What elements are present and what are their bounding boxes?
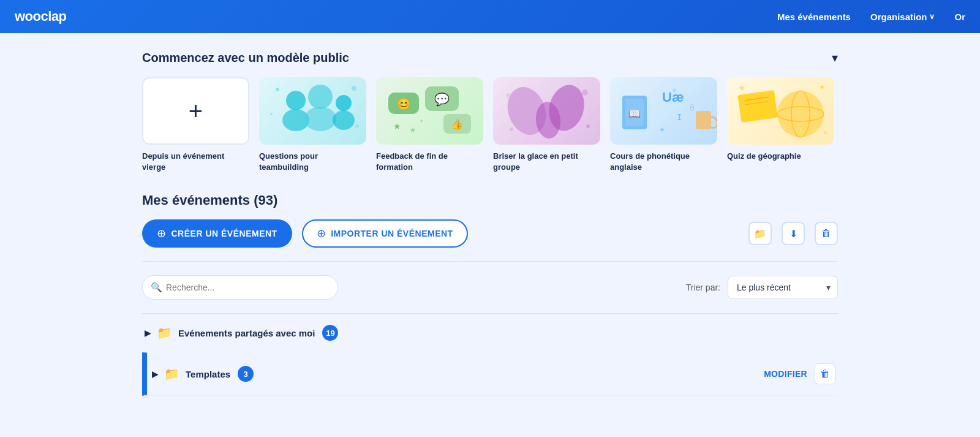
- add-folder-icon: 📁: [754, 228, 766, 240]
- svg-text:💬: 💬: [434, 92, 450, 107]
- search-wrapper: 🔍: [142, 275, 338, 300]
- events-section-title: Mes événements (93): [142, 192, 838, 208]
- template-card-img-teambuilding: [259, 77, 366, 145]
- svg-point-7: [352, 86, 356, 91]
- svg-text:📖: 📖: [628, 108, 641, 120]
- template-card-label-phonetics: Cours de phonétique anglaise: [610, 151, 717, 173]
- svg-point-25: [510, 127, 513, 131]
- folder-arrow-shared[interactable]: ▶: [145, 329, 151, 338]
- folder-name-templates: Templates: [186, 369, 230, 379]
- active-indicator: [145, 352, 147, 395]
- svg-text:ɪ: ɪ: [677, 110, 682, 123]
- download-icon: ⬇: [790, 228, 797, 240]
- svg-text:★: ★: [819, 83, 825, 91]
- nav-organisation-label: Organisation: [870, 12, 927, 22]
- template-card-feedback[interactable]: 😊 💬 👍 ★ ★ ✦ Feedback de fin de formation: [376, 77, 483, 173]
- svg-text:θ: θ: [690, 103, 695, 113]
- folder-edit-button[interactable]: MODIFIER: [764, 369, 807, 379]
- template-card-img-geography: ★ ★ ✦: [727, 77, 834, 145]
- templates-row: + Depuis un événement vierge: [142, 77, 838, 173]
- template-card-img-blank: +: [142, 77, 249, 145]
- svg-text:✦: ✦: [659, 126, 665, 134]
- folder-name-shared: Evénements partagés avec moi: [178, 328, 315, 338]
- svg-text:👍: 👍: [451, 118, 463, 130]
- plus-create-icon: ⊕: [157, 227, 167, 240]
- geography-illustration: ★ ★ ✦: [727, 77, 834, 145]
- search-icon: 🔍: [151, 282, 162, 293]
- add-folder-button[interactable]: 📁: [748, 222, 772, 245]
- create-event-button[interactable]: ⊕ CRÉER UN ÉVÉNEMENT: [142, 219, 292, 248]
- template-card-label-geography: Quiz de géographie: [727, 151, 801, 162]
- folder-badge-templates: 3: [238, 366, 254, 382]
- folder-delete-icon: 🗑: [820, 368, 830, 379]
- template-card-label-blank: Depuis un événement vierge: [142, 151, 249, 173]
- nav-organisation[interactable]: Organisation ∨: [870, 12, 935, 22]
- svg-point-8: [270, 113, 273, 115]
- plus-import-icon: ⊕: [317, 227, 326, 240]
- search-filter-row: 🔍 Trier par: Le plus récent Alphabétique…: [142, 275, 838, 300]
- template-card-teambuilding[interactable]: Questions pour teambuilding: [259, 77, 366, 173]
- svg-text:😊: 😊: [397, 97, 411, 111]
- svg-point-23: [582, 89, 588, 96]
- feedback-illustration: 😊 💬 👍 ★ ★ ✦: [376, 77, 483, 145]
- folder-arrow-templates[interactable]: ▶: [152, 370, 158, 379]
- svg-point-6: [276, 88, 279, 91]
- template-card-img-feedback: 😊 💬 👍 ★ ★ ✦: [376, 77, 483, 145]
- folder-badge-shared: 19: [322, 325, 338, 341]
- svg-rect-38: [737, 90, 778, 123]
- svg-point-2: [308, 85, 333, 109]
- collapse-button[interactable]: ▾: [832, 50, 838, 65]
- template-card-img-icebreaker: [493, 77, 600, 145]
- svg-point-4: [336, 95, 352, 111]
- folder-row-templates: ▶ 📁 Templates 3 MODIFIER 🗑: [142, 352, 838, 396]
- template-card-icebreaker[interactable]: Briser la glace en petit groupe: [493, 77, 600, 173]
- folder-actions-templates: MODIFIER 🗑: [764, 363, 835, 384]
- action-bar: ⊕ CRÉER UN ÉVÉNEMENT ⊕ IMPORTER UN ÉVÉNE…: [142, 219, 838, 248]
- svg-point-24: [586, 124, 590, 128]
- delete-button[interactable]: 🗑: [815, 222, 838, 245]
- chevron-down-icon: ∨: [929, 12, 935, 21]
- sort-select[interactable]: Le plus récent Alphabétique Le plus anci…: [728, 276, 838, 299]
- svg-point-5: [333, 110, 355, 130]
- public-templates-header: Commencez avec un modèle public ▾: [142, 50, 838, 65]
- svg-text:★: ★: [738, 83, 746, 93]
- logo: wooclap: [15, 9, 67, 25]
- plus-icon: +: [189, 97, 203, 125]
- svg-point-9: [355, 124, 359, 128]
- svg-text:✦: ✦: [822, 128, 829, 137]
- search-input[interactable]: [142, 275, 338, 300]
- folder-icon-templates: 📁: [164, 367, 179, 381]
- svg-point-3: [304, 107, 336, 131]
- folder-row-shared: ▶ 📁 Evénements partagés avec moi 19: [142, 314, 838, 352]
- import-event-button[interactable]: ⊕ IMPORTER UN ÉVÉNEMENT: [302, 219, 468, 248]
- folder-delete-button[interactable]: 🗑: [815, 363, 835, 384]
- template-card-geography[interactable]: ★ ★ ✦ Quiz de géographie: [727, 77, 834, 173]
- nav-or[interactable]: Or: [954, 12, 965, 22]
- navbar-links: Mes événements Organisation ∨ Or: [777, 12, 965, 22]
- svg-point-35: [777, 91, 824, 137]
- svg-text:★: ★: [671, 86, 677, 94]
- delete-icon: 🗑: [821, 228, 831, 239]
- download-button[interactable]: ⬇: [782, 222, 805, 245]
- sort-row: Trier par: Le plus récent Alphabétique L…: [686, 276, 838, 299]
- template-card-label-icebreaker: Briser la glace en petit groupe: [493, 151, 600, 173]
- public-templates-title: Commencez avec un modèle public: [142, 51, 349, 65]
- folder-icon-shared: 📁: [157, 325, 172, 340]
- template-card-blank[interactable]: + Depuis un événement vierge: [142, 77, 249, 173]
- svg-text:★: ★: [393, 121, 401, 131]
- nav-mes-evenements[interactable]: Mes événements: [777, 12, 851, 22]
- svg-point-22: [506, 93, 511, 98]
- divider-1: [142, 261, 838, 262]
- template-card-phonetics[interactable]: 📖 Uæ ɪ θ ✦ ★ Cours de phonétique anglais…: [610, 77, 717, 173]
- template-card-label-feedback: Feedback de fin de formation: [376, 151, 483, 173]
- svg-rect-32: [696, 111, 711, 129]
- navbar: wooclap Mes événements Organisation ∨ Or: [0, 0, 980, 33]
- teambuilding-illustration: [259, 77, 366, 145]
- icebreaker-illustration: [493, 77, 600, 145]
- svg-text:★: ★: [410, 126, 416, 134]
- sort-label: Trier par:: [686, 283, 720, 292]
- template-card-img-phonetics: 📖 Uæ ɪ θ ✦ ★: [610, 77, 717, 145]
- main-content: Commencez avec un modèle public ▾ + Depu…: [123, 33, 858, 396]
- create-event-label: CRÉER UN ÉVÉNEMENT: [172, 229, 277, 238]
- template-card-label-teambuilding: Questions pour teambuilding: [259, 151, 366, 173]
